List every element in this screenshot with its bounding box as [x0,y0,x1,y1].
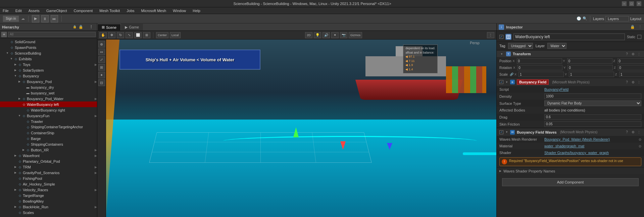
menu-component[interactable]: Component [72,8,94,13]
hierarchy-search-input[interactable] [8,32,96,37]
tree-item-waterbuoyancy-left[interactable]: ◇ WaterBuoyancy left [0,101,97,107]
tree-item-blackhole[interactable]: ◇ BlackHole_Run ▶ [0,204,97,210]
buoyancy-waves-header[interactable]: ✓ ▼ W Buoyancy Field Waves (Microsoft Me… [497,128,644,136]
add-component-button[interactable]: Add Component [502,178,639,186]
transform-help-icon[interactable]: ? [625,52,629,56]
layer-select[interactable]: Water [547,43,566,49]
menu-gameobject[interactable]: GameObject [45,8,68,13]
tree-item-planetary[interactable]: ◇ Planetary_Orbital_Pod [0,158,97,164]
tree-item-spawnpoints[interactable]: ◇ SpawnPoints [0,45,97,50]
rot-x-input[interactable] [517,65,562,70]
menu-assets[interactable]: Assets [27,8,41,13]
object-name-input[interactable] [513,33,625,40]
menu-window[interactable]: Window [171,8,187,13]
view-tool-2[interactable]: ⇔ [98,49,105,55]
buoyancy-field-header[interactable]: ✓ ▼ B Buoyancy Field (Microsoft Mesh Phy… [497,78,644,86]
tree-item-buoyancy-wet[interactable]: ▬ buoyancy_wet [0,90,97,96]
tree-item-gravitypod[interactable]: ◇ GravityPod_Scenarios ▶ [0,170,97,175]
inspector-menu-icon[interactable]: ⋮ [638,25,642,29]
script-value[interactable]: BuoyancyField [544,87,641,91]
surface-type-select[interactable]: Dynamic Flat Per Body [544,100,641,106]
density-input[interactable] [544,93,641,99]
tree-item-containership[interactable]: ◇ ContainerShip [0,130,97,136]
tree-item-bowling[interactable]: ◇ BowlingAlley [0,198,97,204]
rect-tool[interactable]: ⬜ [134,32,142,38]
2d-toggle[interactable]: 2D [305,32,312,38]
tree-item-bouyancy-pod[interactable]: ◇ Bouyancy_Pod ▶ [0,79,97,84]
tree-item-scales[interactable]: ◇ Scales [0,210,97,215]
tree-item-buoyancy[interactable]: ◇ Buoyancy [0,73,97,79]
menu-microsoft-mesh[interactable]: Microsoft Mesh [140,8,168,13]
scale-y-input[interactable] [569,72,614,77]
inspector-lock-icon[interactable]: 🔒 [630,25,635,29]
tree-item-barge[interactable]: ◇ Barge [0,136,97,141]
shader-value[interactable]: Shader Graphs/buoyancy_water_graph [544,151,641,155]
tree-item-toys[interactable]: ◇ Toys ▶ [0,62,97,67]
material-link-icon[interactable]: ⊙ [639,144,641,148]
play-button[interactable]: ▶ [32,15,39,22]
maximize-button[interactable]: □ [629,1,634,6]
skin-friction-input[interactable] [544,121,641,127]
audio-toggle[interactable]: 🔊 [323,32,330,38]
view-tool-5[interactable]: ✦ [98,72,105,78]
tree-item-shippingcontainer[interactable]: ◇ ShippingContainerTargetingAnchor [0,124,97,130]
minimize-button[interactable]: – [622,1,627,6]
buoyancy-enabled-checkbox[interactable]: ✓ [499,80,503,84]
scale-x-input[interactable] [518,72,564,77]
step-button[interactable]: ⏭ [51,15,58,22]
waves-mesh-renderer-link-icon[interactable]: ⊙ [639,138,641,141]
tree-item-exhibits[interactable]: ◇ Exhibits [0,56,97,62]
transform-more-icon[interactable]: ⋮ [637,52,641,56]
tree-item-solidground[interactable]: ◇ SolidGround [0,39,97,45]
tree-item-solarsystem[interactable]: ◇ SolarSystem [0,67,97,73]
waves-help-icon[interactable]: ? [625,130,629,135]
menu-file[interactable]: File [1,8,10,13]
static-checkbox[interactable] [637,35,641,39]
scale-tool[interactable]: ⤡ [126,32,133,38]
tree-item-wavefront[interactable]: ◇ Wavefront ▶ [0,153,97,158]
tree-item-waterbuoyancy-right[interactable]: ◇ WaterBuoyancy right [0,107,97,113]
tree-item-airhockey[interactable]: ◇ Air_Hockey_Simple [0,181,97,187]
rotate-tool[interactable]: ↻ [117,32,124,38]
view-tool-4[interactable]: ⊞ [98,64,105,71]
tree-item-fishingpool[interactable]: ◇ FishingPool [0,175,97,181]
tree-item-magnetboards[interactable]: ◇ MagnetBoards_Demo ▶ [0,215,97,217]
menu-jobs[interactable]: Jobs [125,8,136,13]
hierarchy-menu-icon[interactable]: ⋮ [87,23,95,31]
rot-y-input[interactable] [567,65,613,70]
tab-game[interactable]: ▶ Game [121,24,143,30]
scale-z-input[interactable] [619,72,644,77]
transform-settings-icon[interactable]: ⚙ [631,52,635,56]
fx-toggle[interactable]: ✦ [331,32,339,38]
waves-mesh-renderer-value[interactable]: Bouyancy_Pod_Water (Mesh Renderer) [544,137,637,141]
buoyancy-help-icon[interactable]: ? [625,80,629,84]
tree-item-velocity[interactable]: ◇ Velocity_Races ▶ [0,187,97,193]
menu-edit[interactable]: Edit [14,8,23,13]
pause-button[interactable]: ⏸ [41,15,49,22]
waves-shader-row[interactable]: ▶ Waves Shader Property Names [497,167,644,174]
transform-section-header[interactable]: ▼ T Transform ? ⚙ ⋮ [497,50,644,58]
tab-scene[interactable]: ⊞ Scene [97,24,121,30]
tree-item-sciencebuilding[interactable]: ◇ ScienceBuilding [0,50,97,56]
buoyancy-settings-icon[interactable]: ⚙ [631,80,635,84]
scene-view-camera[interactable]: 📷 [340,32,347,38]
pos-y-input[interactable] [567,58,612,64]
tree-item-shippingcontainers[interactable]: ◇ ShippingContainers [0,141,97,147]
menu-help[interactable]: Help [191,8,202,13]
layers-select[interactable]: Layers [605,16,629,21]
scene-viewport[interactable]: ⊕ ⇔ ⤢ ⊞ ✦ ⊟ Ship's Hull + Air Volume < V… [97,40,496,217]
signin-button[interactable]: Sign in [3,15,19,22]
move-tool[interactable]: ✥ [108,32,115,38]
tree-item-buttonxr[interactable]: ◇ Button_XR ▶ [0,147,97,153]
view-tool-1[interactable]: ⊕ [98,41,105,48]
tag-select[interactable]: Untagged [508,43,533,49]
transform-tool[interactable]: ⊞ [143,32,150,38]
tree-item-targetrange[interactable]: ◇ TargetRange [0,193,97,198]
local-toggle[interactable]: Local [170,32,181,38]
gizmos-toggle[interactable]: Gizmos [349,32,362,38]
rot-z-input[interactable] [618,65,644,70]
pos-z-input[interactable] [617,58,644,64]
view-tool-3[interactable]: ⤢ [98,56,105,63]
lighting-toggle[interactable]: 💡 [314,32,321,38]
tree-item-buoyancy-dry[interactable]: ▬ buoyancy_dry [0,84,97,90]
